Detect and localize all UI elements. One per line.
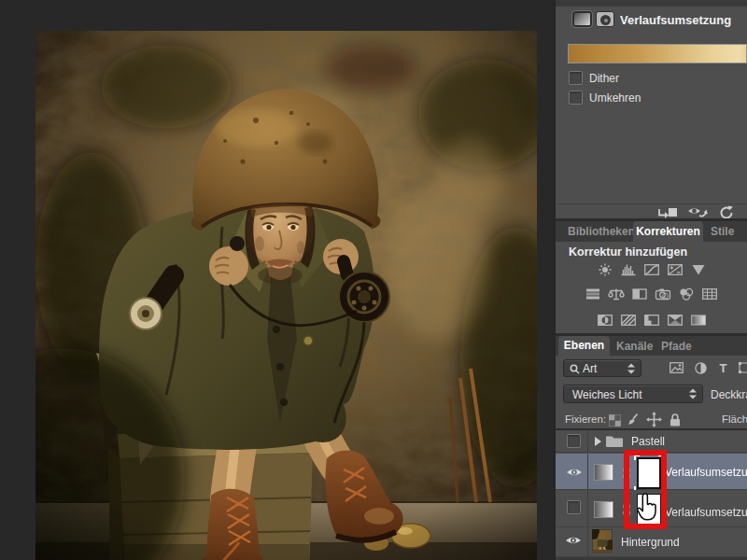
umkehren-label: Umkehren	[589, 91, 641, 105]
tab-pfade[interactable]: Pfade	[661, 340, 692, 353]
photoshop-window: Verlaufsumsetzung Dither Umkehren Biblio…	[0, 0, 747, 560]
layer-name: Hintergrund	[621, 536, 680, 549]
layer-name: Verlaufsumsetzung	[665, 466, 747, 479]
exposure-icon[interactable]	[666, 262, 684, 277]
toggle-visibility-icon[interactable]	[687, 205, 708, 218]
black-white-icon[interactable]	[630, 287, 649, 301]
hue-saturation-icon[interactable]	[584, 287, 602, 301]
photo-canvas[interactable]	[35, 31, 537, 560]
hand-pointer-cursor-icon	[635, 491, 657, 523]
posterize-icon[interactable]	[619, 313, 638, 328]
color-lookup-icon[interactable]	[700, 287, 719, 301]
photo-filter-icon[interactable]	[654, 287, 672, 301]
dither-label: Dither	[589, 72, 619, 85]
layer-mask-badge-icon	[596, 11, 614, 27]
threshold-icon[interactable]	[642, 313, 661, 328]
curves-icon[interactable]	[642, 262, 661, 277]
lock-label: Fixieren:	[565, 413, 606, 425]
reset-icon[interactable]	[719, 205, 734, 218]
group-collapse-triangle-icon[interactable]	[595, 437, 601, 446]
search-icon	[570, 364, 580, 374]
folder-icon	[605, 434, 624, 448]
type-layer-filter-icon[interactable]: T	[717, 361, 729, 374]
brightness-contrast-icon[interactable]	[596, 262, 614, 277]
adjustment-icons-row3	[556, 313, 747, 328]
layers-tabbar: Ebenen Kanäle Pfade	[556, 336, 747, 356]
tab-korrekturen[interactable]: Korrekturen	[633, 221, 703, 242]
visibility-column[interactable]	[556, 527, 588, 556]
invert-icon[interactable]	[596, 313, 614, 328]
opacity-label: Deckkra	[711, 388, 747, 401]
props-footer-divider	[556, 203, 747, 204]
dither-checkbox[interactable]	[569, 71, 583, 85]
layer-row-hintergrund[interactable]: Hintergrund	[556, 527, 747, 557]
eye-icon[interactable]	[565, 535, 582, 546]
tab-stile[interactable]: Stile	[711, 225, 734, 238]
lock-all-icon[interactable]	[669, 413, 682, 427]
gradient-map-icon[interactable]	[689, 313, 708, 328]
pixel-layer-filter-icon[interactable]	[669, 362, 684, 373]
fill-label: Fläch	[722, 413, 747, 425]
background-layer-thumbnail[interactable]	[592, 529, 613, 553]
clip-to-layer-icon[interactable]	[657, 206, 679, 218]
visibility-toggle-empty[interactable]	[567, 434, 581, 448]
adjustment-layer-filter-icon[interactable]	[695, 362, 707, 374]
tab-kanaele[interactable]: Kanäle	[616, 340, 653, 353]
blend-mode-dropdown[interactable]: Weiches Licht	[563, 385, 703, 403]
adjustment-icons-row1	[556, 262, 747, 277]
adjustment-thumbnail[interactable]	[594, 501, 613, 518]
gradient-preview-bar[interactable]	[568, 44, 747, 63]
svg-text:T: T	[720, 361, 727, 374]
visibility-column[interactable]	[556, 490, 588, 526]
visibility-column[interactable]	[556, 430, 588, 452]
visibility-toggle-empty[interactable]	[567, 500, 581, 514]
lock-position-icon[interactable]	[646, 412, 662, 427]
filter-stepper	[627, 363, 635, 373]
tab-bibliotheken[interactable]: Bibliotheken	[568, 225, 635, 238]
eye-icon[interactable]	[566, 467, 583, 478]
shape-layer-filter-icon[interactable]	[739, 362, 747, 373]
lock-transparency-icon[interactable]	[609, 414, 621, 427]
adjustment-thumbnail[interactable]	[594, 464, 613, 481]
vibrance-icon[interactable]	[689, 262, 708, 277]
add-adjustment-heading: Korrektur hinzufügen	[569, 245, 687, 259]
selective-color-icon[interactable]	[666, 313, 684, 328]
tab-ebenen[interactable]: Ebenen	[558, 336, 610, 356]
lock-pixels-icon[interactable]	[626, 413, 640, 427]
levels-icon[interactable]	[619, 262, 638, 277]
layer-filter-value: Art	[583, 362, 597, 375]
channel-mixer-icon[interactable]	[677, 287, 696, 301]
properties-title: Verlaufsumsetzung	[620, 13, 731, 27]
blend-mode-stepper	[689, 389, 697, 399]
layer-name: Pastell	[631, 435, 665, 448]
umkehren-checkbox[interactable]	[569, 91, 583, 105]
visibility-column[interactable]	[556, 454, 588, 489]
panel-top-strip	[556, 0, 747, 7]
blend-mode-value: Weiches Licht	[572, 388, 641, 401]
layer-name: Verlaufsumsetzung	[665, 506, 747, 519]
adjustment-icons-row2	[556, 287, 747, 301]
layer-filter-dropdown[interactable]: Art	[563, 359, 641, 377]
adjustments-tabbar: Bibliotheken Korrekturen Stile	[556, 221, 747, 242]
gradient-map-badge-icon	[572, 11, 592, 27]
color-balance-icon[interactable]	[607, 287, 626, 301]
